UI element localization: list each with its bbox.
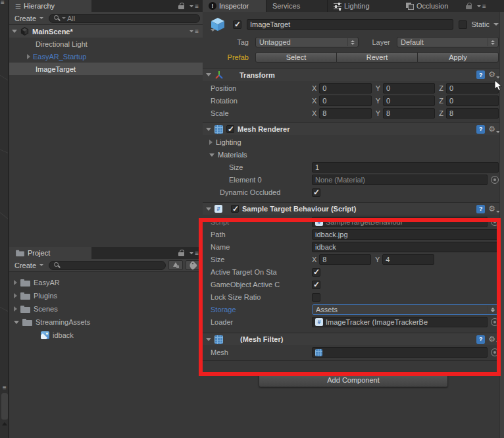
layer-dropdown[interactable]: Default (397, 37, 499, 47)
scroll-up-arrow[interactable] (2, 422, 7, 425)
project-asset-idback[interactable]: idback (9, 329, 203, 342)
prefab-select-button[interactable]: Select (255, 52, 337, 63)
scene-options-icon[interactable]: ≡ (189, 28, 203, 35)
panel-options-icon[interactable]: ≡ (189, 250, 199, 257)
size-x-field[interactable]: 8 (319, 254, 371, 265)
rotation-z-field[interactable]: 0 (446, 96, 499, 106)
lock-icon[interactable] (178, 3, 185, 10)
size-y-field[interactable]: 4 (382, 254, 434, 265)
foldout-closed-icon[interactable] (14, 280, 17, 285)
foldout-open-icon[interactable] (12, 30, 17, 33)
lock-icon[interactable] (178, 250, 185, 257)
search-by-type-button[interactable] (168, 260, 183, 270)
scale-x-field[interactable]: 8 (319, 108, 371, 119)
foldout-open-icon[interactable] (206, 73, 211, 76)
lock-size-ratio-checkbox[interactable] (312, 293, 320, 302)
foldout-open-icon[interactable] (14, 321, 19, 324)
position-x-field[interactable]: 0 (319, 83, 371, 94)
gear-icon[interactable]: ⚙ (488, 205, 500, 213)
help-icon[interactable]: ? (476, 125, 485, 134)
gear-icon[interactable]: ⚙ (488, 70, 500, 79)
static-dropdown-icon[interactable] (493, 23, 499, 26)
hierarchy-search-input[interactable]: All (49, 14, 200, 23)
panel-options-icon[interactable]: ≡ (477, 3, 486, 10)
position-y-field[interactable]: 0 (383, 83, 435, 94)
hierarchy-item-imagetarget[interactable]: ImageTarget (9, 63, 203, 75)
help-icon[interactable]: ? (476, 205, 485, 213)
rotation-y-field[interactable]: 0 (383, 96, 435, 106)
storage-dropdown[interactable]: Assets (312, 304, 499, 315)
foldout-closed-icon[interactable] (14, 293, 17, 298)
help-icon[interactable]: ? (476, 335, 485, 344)
help-icon[interactable]: ? (476, 70, 485, 79)
axis-z-label: Z (439, 109, 443, 117)
element0-object-field[interactable]: None (Material) (312, 175, 488, 185)
hierarchy-item-directional-light[interactable]: Directional Light (9, 38, 203, 50)
tab-lighting[interactable]: Lighting (328, 0, 400, 12)
path-field[interactable]: idback.jpg (312, 229, 499, 240)
script-enabled-checkbox[interactable] (231, 205, 239, 213)
active-checkbox[interactable] (233, 20, 241, 29)
panel-menu-icon[interactable]: ≡ (0, 384, 9, 391)
search-by-label-button[interactable] (186, 260, 200, 270)
project-search-input[interactable] (49, 261, 166, 270)
prefab-apply-button[interactable]: Apply (417, 52, 499, 63)
gameobject-active-checkbox[interactable] (312, 281, 320, 289)
layer-value: Default (401, 38, 485, 46)
tab-occlusion[interactable]: Occlusion (400, 0, 466, 12)
prefab-revert-button[interactable]: Revert (337, 52, 417, 63)
active-target-label: Active Target On Sta (211, 268, 312, 276)
foldout-open-icon[interactable] (206, 128, 211, 131)
panel-options-icon[interactable]: ≡ (189, 3, 199, 10)
tab-project[interactable]: Project (9, 247, 91, 259)
lighting-foldout[interactable]: Lighting (203, 137, 504, 148)
name-field[interactable]: idback (312, 242, 499, 252)
tab-hierarchy[interactable]: ☰ Hierarchy (9, 0, 91, 12)
tab-services[interactable]: Services (266, 0, 328, 12)
foldout-open-icon[interactable] (206, 207, 211, 211)
inspector-scrollbar-track[interactable] (499, 12, 504, 438)
hierarchy-scene-row[interactable]: MainScene* ≡ (9, 25, 203, 38)
scrollbar[interactable]: ≡ (0, 384, 9, 425)
tab-inspector[interactable]: ! Inspector (203, 0, 266, 12)
create-label: Create (14, 261, 36, 269)
loader-object-field[interactable]: # ImageTracker (ImageTrackerBe (312, 317, 488, 327)
label-tag-icon (188, 260, 197, 269)
mesh-object-field[interactable] (312, 347, 488, 358)
scrollbar-thumb[interactable] (1, 393, 8, 420)
project-folder-scenes[interactable]: Scenes (9, 302, 203, 315)
element0-label: Element 0 (211, 176, 312, 184)
foldout-closed-icon[interactable] (27, 54, 30, 59)
materials-size-field[interactable]: 1 (312, 162, 499, 173)
position-z-field[interactable]: 0 (446, 83, 499, 94)
project-folder-plugins[interactable]: Plugins (9, 289, 203, 302)
project-folder-easyar[interactable]: EasyAR (9, 276, 203, 289)
materials-foldout[interactable]: Materials (203, 150, 504, 160)
object-picker-icon[interactable] (491, 218, 499, 226)
panel-menu-icon[interactable]: ≡ (1, 0, 5, 6)
object-picker-icon[interactable] (491, 348, 499, 356)
scale-y-field[interactable]: 8 (383, 108, 435, 119)
dynamic-occluded-checkbox[interactable] (312, 188, 320, 197)
gameobject-name-field[interactable]: ImageTarget (247, 19, 453, 30)
hierarchy-item-easyar-startup[interactable]: EasyAR_Startup (9, 50, 203, 63)
hierarchy-create-button[interactable]: Create (12, 14, 46, 22)
rotation-x-field[interactable]: 0 (319, 96, 371, 106)
active-target-checkbox[interactable] (312, 268, 320, 277)
object-picker-icon[interactable] (491, 318, 499, 326)
project-folder-streamingassets[interactable]: StreamingAssets (9, 315, 203, 329)
foldout-closed-icon[interactable] (14, 306, 17, 312)
gear-icon[interactable]: ⚙ (488, 335, 500, 344)
script-icon: # (214, 205, 222, 213)
foldout-open-icon[interactable] (206, 338, 211, 341)
project-create-button[interactable]: Create (12, 261, 46, 269)
object-picker-icon[interactable] (491, 176, 499, 184)
add-component-button[interactable]: Add Component (259, 372, 448, 387)
mesh-renderer-enabled-checkbox[interactable] (226, 125, 234, 133)
lock-icon[interactable] (466, 3, 472, 10)
static-checkbox[interactable] (459, 20, 467, 29)
scale-z-field[interactable]: 8 (446, 108, 499, 119)
tag-dropdown[interactable]: Untagged (255, 37, 359, 47)
gear-icon[interactable]: ⚙ (488, 125, 500, 134)
script-object-field[interactable]: # SampleTargetBehaviour (312, 217, 488, 227)
